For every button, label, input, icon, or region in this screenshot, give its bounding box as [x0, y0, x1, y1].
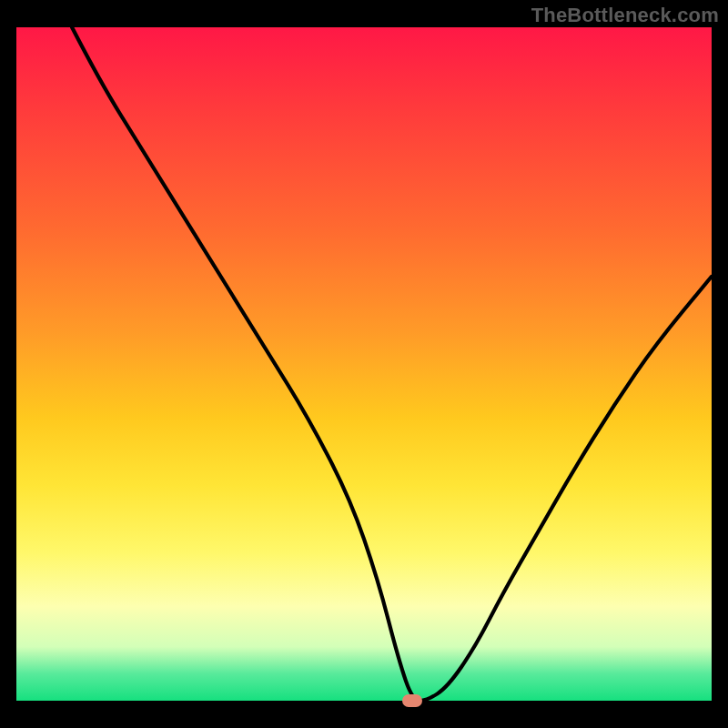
minimum-marker	[402, 694, 422, 707]
bottleneck-curve	[16, 27, 712, 701]
watermark-text: TheBottleneck.com	[531, 4, 719, 27]
plot-area	[16, 27, 712, 701]
chart-frame: TheBottleneck.com	[0, 0, 728, 728]
